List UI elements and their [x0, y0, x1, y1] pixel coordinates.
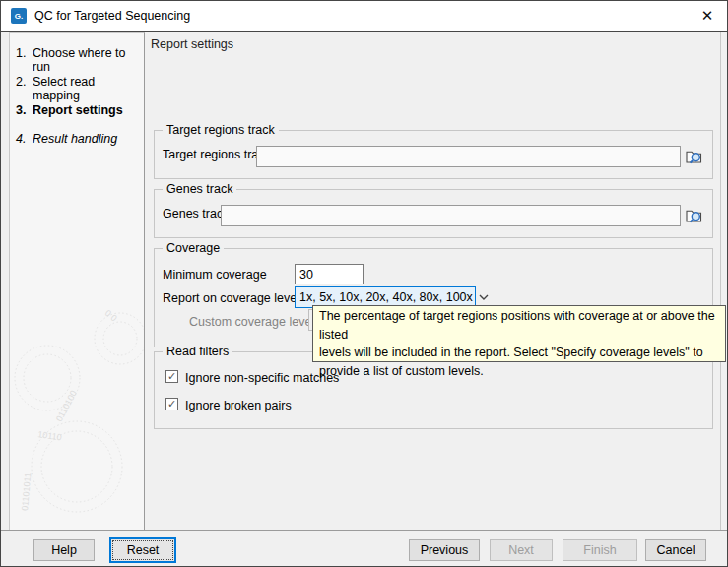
ignore-non-specific-matches-checkbox[interactable]: ✓ [165, 370, 178, 383]
chevron-down-icon [479, 294, 489, 300]
minimum-coverage-input[interactable] [295, 264, 364, 284]
svg-text:0 0: 0 0 [103, 308, 119, 324]
folder-search-icon [685, 148, 704, 166]
check-icon: ✓ [167, 371, 176, 382]
reset-button[interactable]: Reset [109, 537, 176, 563]
step-number: 4. [16, 132, 33, 146]
tooltip-line: levels will be included in the report. S… [319, 344, 719, 362]
svg-text:10110: 10110 [37, 429, 63, 442]
step-label: Report settings [33, 103, 123, 117]
previous-button[interactable]: Previous [409, 539, 480, 561]
group-title: Target regions track [163, 123, 279, 137]
panel-header: Report settings [151, 37, 233, 51]
next-button[interactable]: Next [490, 539, 553, 561]
folder-search-icon [685, 207, 704, 225]
wizard-step-report-settings: 3. Report settings [10, 102, 144, 131]
coverage-levels-label: Report on coverage levels [163, 291, 305, 305]
cancel-button[interactable]: Cancel [645, 539, 706, 561]
group-title: Read filters [163, 345, 232, 358]
coverage-levels-value: 1x, 5x, 10x, 20x, 40x, 80x, 100x [299, 290, 473, 304]
help-button[interactable]: Help [33, 539, 95, 561]
qc-dialog-window: G. QC for Targeted Sequencing ✕ 1. Choos… [0, 0, 728, 567]
reset-button-label: Reset [127, 543, 160, 557]
step-number: 3. [16, 103, 33, 117]
coverage-levels-tooltip: The percentage of target regions positio… [312, 305, 726, 362]
genes-track-input[interactable] [221, 205, 681, 226]
check-icon: ✓ [167, 399, 176, 410]
close-button[interactable]: ✕ [692, 1, 723, 31]
custom-coverage-levels-label: Custom coverage levels [189, 315, 302, 329]
tooltip-line: The percentage of target regions positio… [319, 307, 719, 344]
group-title: Genes track [163, 182, 236, 196]
step-label: Result handling [33, 132, 117, 146]
step-label: Choose where to run [33, 46, 142, 74]
finish-button[interactable]: Finish [563, 539, 637, 561]
genes-track-label: Genes track [163, 207, 229, 220]
step-label: Select read mapping [33, 75, 142, 102]
target-regions-label: Target regions track [163, 148, 271, 161]
svg-text:0110100: 0110100 [54, 389, 79, 423]
svg-text:01101011: 01101011 [20, 472, 33, 511]
spiral-watermark: 0110100 0 0 01101011 10110 [10, 284, 145, 531]
target-regions-group: Target regions track Target regions trac… [154, 130, 713, 179]
group-title: Coverage [163, 241, 224, 255]
window-title: QC for Targeted Sequencing [34, 9, 190, 23]
wizard-sidebar: 1. Choose where to run 2. Select read ma… [9, 32, 145, 532]
target-regions-input[interactable] [256, 146, 681, 167]
title-bar: G. QC for Targeted Sequencing ✕ [1, 1, 727, 32]
minimum-coverage-label: Minimum coverage [163, 268, 267, 282]
tooltip-line: provide a list of custom levels. [319, 362, 719, 381]
app-icon: G. [11, 8, 27, 24]
genes-track-group: Genes track Genes track [154, 189, 713, 238]
ignore-non-specific-matches-label: Ignore non-specific matches [185, 371, 339, 385]
ignore-broken-pairs-checkbox[interactable]: ✓ [165, 398, 178, 410]
step-number: 2. [16, 75, 33, 89]
step-number: 1. [16, 46, 33, 60]
wizard-step-choose-where-to-run: 1. Choose where to run [10, 45, 144, 74]
wizard-step-result-handling: 4. Result handling [10, 131, 144, 159]
genes-track-browse-button[interactable] [684, 205, 705, 226]
wizard-step-select-read-mapping: 2. Select read mapping [10, 74, 144, 102]
close-icon: ✕ [701, 7, 714, 25]
wizard-steps: 1. Choose where to run 2. Select read ma… [10, 33, 144, 159]
ignore-broken-pairs-label: Ignore broken pairs [185, 399, 292, 412]
target-regions-browse-button[interactable] [684, 146, 705, 167]
